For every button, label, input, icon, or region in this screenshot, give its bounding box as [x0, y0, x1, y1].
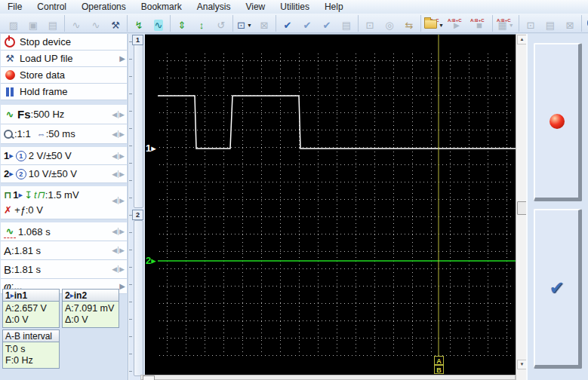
display-off-icon[interactable]: ⊠	[255, 14, 273, 32]
select-signal-icon[interactable]: ∿	[149, 14, 168, 32]
zoom-compress-vertical-icon[interactable]: ↕	[192, 14, 211, 32]
channel2-spinner[interactable]: ◀▶	[111, 170, 125, 178]
zoom-document-icon[interactable]: ◎	[380, 14, 399, 32]
horizontal-scroll-thumb[interactable]	[143, 375, 155, 380]
spin-left-icon[interactable]: ◀	[111, 228, 118, 235]
channel2-marker[interactable]: 2▸	[146, 255, 156, 266]
report-icon[interactable]: ▤	[541, 14, 559, 32]
in1-amplitude-value: A:2.657 V	[5, 303, 57, 314]
notes-icon[interactable]: ▤	[337, 14, 356, 32]
undo-icon[interactable]: ↺	[212, 14, 230, 32]
monitor-signal-icon[interactable]: ⊡	[522, 14, 540, 32]
menu-item-bookmark[interactable]: Bookmark	[134, 1, 189, 13]
measure-cursors-icon[interactable]: ⇆	[400, 14, 418, 32]
spin-left-icon[interactable]: ◀	[111, 152, 118, 160]
setup-save-icon[interactable]: ⚒	[106, 14, 125, 32]
monitor-close-icon[interactable]: ⊠	[561, 14, 579, 32]
trigger-spinner[interactable]: ◀▶	[111, 197, 125, 204]
confirm-next-icon[interactable]: ✔	[318, 14, 336, 32]
window-width-icon: ⇔	[37, 129, 46, 139]
spin-left-icon[interactable]: ◀	[111, 130, 118, 138]
abc-open-dropdown-icon[interactable]: ▼	[439, 20, 444, 31]
vertical-position-sliders[interactable]: 1 2	[128, 34, 145, 380]
sample-rate-row[interactable]: ∿ Fs :500 Hz ◀▶	[1, 105, 127, 124]
spin-right-icon[interactable]: ▶	[118, 130, 125, 138]
cursor-a-handle[interactable]: A	[434, 356, 444, 365]
open-file-icon[interactable]: ▨	[5, 14, 23, 32]
store-data-button[interactable]: Store data	[1, 67, 127, 84]
confirm-icon[interactable]: ✔	[279, 14, 297, 32]
spin-left-icon[interactable]: ◀	[111, 197, 118, 204]
hold-frame-button[interactable]: Hold frame	[1, 84, 127, 100]
spin-right-icon[interactable]: ▶	[118, 170, 125, 178]
confirm-button[interactable]: ✔	[534, 209, 582, 369]
stop-device-button[interactable]: Stop device	[1, 34, 127, 51]
confirm-down-icon[interactable]: ✔	[298, 14, 316, 32]
confirm-glyph: ✔	[284, 20, 292, 31]
cursor-b-handle[interactable]: B	[434, 365, 444, 374]
period-spinner[interactable]: ◀▶	[111, 228, 125, 235]
menu-item-control[interactable]: Control	[29, 1, 74, 13]
cursor-a-row[interactable]: A :1.81 s ◀▶	[1, 241, 127, 260]
menu-item-utilities[interactable]: Utilities	[272, 1, 317, 13]
load-up-file-button[interactable]: ⚒ Load UP file ▶	[1, 51, 127, 67]
scope-vertical-scrollbar[interactable]: ▲ ▼	[516, 34, 526, 380]
frame-signal-icon[interactable]: ⊡	[361, 14, 379, 32]
display-setup-dropdown-icon[interactable]: ▼	[247, 20, 252, 31]
channel1-spinner[interactable]: ◀▶	[111, 152, 125, 160]
spin-right-icon[interactable]: ▶	[118, 247, 125, 254]
scope-display[interactable]: 1▸ 2▸ A B	[145, 34, 516, 375]
spin-right-icon[interactable]: ▶	[118, 197, 125, 204]
impulse-icon[interactable]: ↯	[130, 14, 148, 32]
sample-rate-spinner[interactable]: ◀▶	[111, 111, 125, 118]
measure-box-in2-title: in2	[74, 290, 87, 301]
channel2-range-row[interactable]: 2▸ 2 10 V/±50 V ◀▶	[1, 165, 127, 183]
abc-panel-icon[interactable]: A:B+C▦▼	[495, 14, 516, 32]
scope-horizontal-scrollbar[interactable]	[140, 375, 516, 380]
zoom-spinner[interactable]: ◀▶	[111, 130, 125, 138]
display-setup-icon[interactable]: ⊡▼	[236, 14, 254, 32]
copy-signal-icon[interactable]: ∿	[67, 14, 85, 32]
menu-item-help[interactable]: Help	[317, 1, 351, 13]
spin-right-icon[interactable]: ▶	[118, 152, 125, 160]
print-icon[interactable]: ▤	[44, 14, 62, 32]
measure-box-ab-interval[interactable]: A-B interval T:0 s F:0 Hz	[2, 329, 60, 369]
spin-left-icon[interactable]: ◀	[111, 265, 118, 273]
spin-left-icon[interactable]: ◀	[111, 111, 118, 118]
help-icon[interactable]: ?	[584, 14, 588, 32]
zoom-window-row[interactable]: :1:1 ⇔ :50 ms ◀▶	[1, 124, 127, 144]
measure-box-in2[interactable]: 2▸in2 A:7.091 mV Δ:0 V	[62, 289, 119, 328]
abc-run-caption: A:B+C	[448, 15, 462, 26]
abc-run-icon[interactable]: A:B+C►	[446, 14, 467, 32]
trigger-settings-row[interactable]: ⊓ 1▸ ↧ t⊓ :1.5 mV ✗ +ƒ :0 V ◀▶	[1, 186, 127, 219]
menu-item-analysis[interactable]: Analysis	[189, 1, 239, 13]
spin-right-icon[interactable]: ▶	[118, 228, 125, 235]
channel1-range-row[interactable]: 1▸ 1 2 V/±50 V ◀▶	[1, 147, 127, 165]
setup-save-glyph: ⚒	[111, 20, 120, 31]
paste-signal-icon[interactable]: ∿	[87, 14, 105, 32]
measure-box-ab-body: T:0 s F:0 Hz	[2, 342, 60, 369]
spin-left-icon[interactable]: ◀	[111, 247, 118, 254]
spin-right-icon[interactable]: ▶	[118, 111, 125, 118]
trigger-level-icon: t⊓	[34, 189, 45, 201]
record-button[interactable]	[534, 43, 582, 201]
menu-item-view[interactable]: View	[238, 1, 272, 13]
spin-left-icon[interactable]: ◀	[111, 170, 118, 178]
save-file-icon[interactable]: ▣	[24, 14, 42, 32]
cursor-b-row[interactable]: B :1.81 s ◀▶	[1, 260, 127, 279]
abc-stop-caption: A:B+C	[470, 15, 485, 26]
zoom-expand-vertical-icon[interactable]: ⇕	[173, 14, 191, 32]
spin-right-icon[interactable]: ▶	[118, 265, 125, 273]
channel2-position-slider[interactable]	[134, 220, 143, 376]
cursor-b-spinner[interactable]: ◀▶	[111, 265, 125, 273]
channel1-marker[interactable]: 1▸	[146, 142, 156, 154]
measure-box-in1[interactable]: 1▸in1 A:2.657 V Δ:0 V	[2, 289, 60, 328]
period-row[interactable]: ∿ 1.068 s ◀▶	[1, 222, 127, 241]
abc-stop-icon[interactable]: A:B+C■	[469, 14, 490, 32]
toolbar-group: ⊡▼⊠	[233, 15, 276, 32]
abc-open-icon[interactable]: A:B+C▼	[423, 14, 445, 32]
menu-item-file[interactable]: File	[0, 1, 29, 13]
channel1-position-slider[interactable]	[134, 44, 143, 208]
menu-item-operations[interactable]: Operations	[74, 1, 134, 13]
cursor-a-spinner[interactable]: ◀▶	[111, 247, 125, 254]
